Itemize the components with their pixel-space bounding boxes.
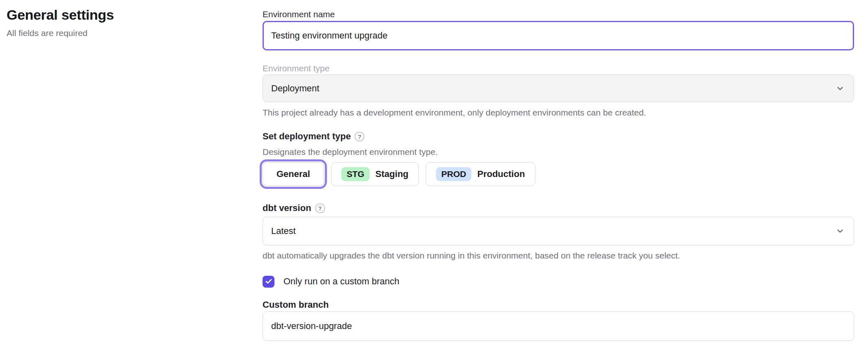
- deployment-type-staging-button[interactable]: STG Staging: [331, 162, 419, 186]
- page-title: General settings: [7, 7, 236, 23]
- deployment-type-production-label: Production: [477, 169, 525, 179]
- stg-badge: STG: [341, 167, 370, 181]
- dbt-version-select[interactable]: Latest: [263, 217, 854, 245]
- environment-name-input[interactable]: [263, 21, 854, 50]
- environment-type-select: Deployment: [263, 75, 854, 102]
- custom-branch-toggle-row: Only run on a custom branch: [263, 275, 854, 288]
- dbt-version-header: dbt version ?: [263, 202, 854, 214]
- settings-header: General settings All fields are required: [7, 7, 236, 39]
- custom-branch-label: Custom branch: [263, 300, 854, 310]
- environment-type-value: Deployment: [271, 83, 319, 94]
- deployment-type-help-icon[interactable]: ?: [355, 132, 364, 141]
- custom-branch-toggle-label[interactable]: Only run on a custom branch: [283, 275, 399, 288]
- custom-branch-input[interactable]: [263, 311, 854, 341]
- dbt-version-helper: dbt automatically upgrades the dbt versi…: [263, 250, 854, 261]
- deployment-type-general-button[interactable]: General: [263, 162, 324, 186]
- dbt-version-value: Latest: [271, 226, 296, 236]
- environment-name-label: Environment name: [263, 9, 854, 20]
- deployment-type-general-label: General: [276, 169, 310, 179]
- deployment-type-production-button[interactable]: PROD Production: [426, 162, 535, 186]
- check-icon: [265, 278, 272, 285]
- environment-type-label: Environment type: [263, 63, 854, 74]
- chevron-down-icon: [836, 227, 845, 236]
- deployment-type-header: Set deployment type ?: [263, 131, 854, 142]
- prod-badge: PROD: [436, 167, 472, 181]
- deployment-type-description: Designates the deployment environment ty…: [263, 147, 854, 157]
- custom-branch-checkbox[interactable]: [263, 276, 274, 288]
- chevron-down-icon: [836, 84, 845, 93]
- environment-type-helper: This project already has a development e…: [263, 107, 854, 118]
- environment-settings-form: Environment name Environment type Deploy…: [263, 0, 854, 341]
- deployment-type-staging-label: Staging: [375, 169, 409, 179]
- dbt-version-label: dbt version: [263, 202, 311, 214]
- dbt-version-help-icon[interactable]: ?: [315, 204, 325, 213]
- page-subtitle: All fields are required: [7, 28, 236, 39]
- deployment-type-options: General STG Staging PROD Production: [263, 162, 854, 186]
- deployment-type-label: Set deployment type: [263, 131, 351, 142]
